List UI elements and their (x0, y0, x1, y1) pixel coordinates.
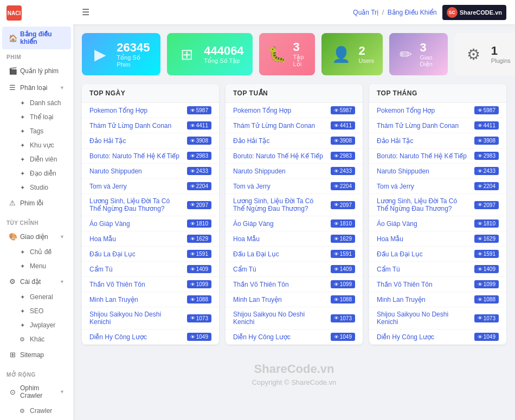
list-item[interactable]: Diễn Hy Công Lược1049 (226, 329, 363, 345)
stat-info-users: 2 Users (358, 44, 374, 64)
list-item[interactable]: Cẩm Tú1409 (369, 262, 506, 277)
sidebar-item-sitemap[interactable]: ⊞ Sitemap (2, 347, 71, 363)
list-item-title: Shijou Saikyou No Deshi Kenichi (377, 311, 470, 326)
sidebar-item-ophim-crawler[interactable]: ⊙ Ophim Crawler ▼ (2, 380, 71, 403)
user-icon: 👤 (330, 46, 352, 63)
top-tuan-header: TOP TUẦN (226, 84, 363, 103)
sidebar-item-khac[interactable]: ⚙ Khác (2, 333, 71, 346)
list-item[interactable]: Thần Võ Thiên Tôn1099 (226, 277, 363, 292)
list-item[interactable]: Lương Sinh, Liệu Đời Ta Có Thể Ngừng Đau… (226, 194, 363, 216)
list-item-badge: 1409 (474, 265, 499, 273)
list-item[interactable]: Shijou Saikyou No Deshi Kenichi1073 (82, 307, 219, 329)
chevron-down-icon: ▼ (60, 85, 65, 91)
sidebar-item-menu[interactable]: ✦ Menu (2, 260, 71, 273)
sidebar-item-danh-sach[interactable]: ✦ Danh sách (2, 96, 71, 109)
stat-label-phim: Tổng Số Phim (117, 54, 152, 68)
list-item-badge: 1049 (331, 333, 355, 341)
sidebar-item-studio[interactable]: ✦ Studio (2, 181, 71, 194)
list-item[interactable]: Đảo Hải Tặc3908 (369, 133, 506, 148)
list-item[interactable]: Minh Lan Truyện1088 (369, 292, 506, 307)
list-item[interactable]: Hoa Mẫu1629 (82, 231, 219, 247)
list-item-title: Thần Võ Thiên Tôn (377, 281, 470, 288)
sidebar-item-quan-ly-phim[interactable]: 🎬 Quản lý phim (2, 63, 71, 79)
sidebar-item-dien-vien[interactable]: ✦ Diễn viên (2, 153, 71, 166)
list-item[interactable]: Tom và Jerry2204 (226, 179, 363, 194)
sidebar-item-the-loai[interactable]: ✦ Thể loại (2, 111, 71, 124)
list-item[interactable]: Thám Tử Lừng Danh Conan4411 (82, 118, 219, 133)
list-item-title: Tom và Jerry (233, 183, 326, 190)
list-item[interactable]: Boruto: Naruto Thế Hệ Kế Tiếp2983 (82, 148, 219, 164)
sidebar-item-cai-dat[interactable]: ⚙ Cài đặt ▼ (2, 274, 71, 289)
sidebar-item-crawler[interactable]: ⚙ Crawler (2, 404, 71, 417)
list-item-title: Boruto: Naruto Thế Hệ Kế Tiếp (89, 152, 183, 160)
list-item[interactable]: Diễn Hy Công Lược1049 (82, 329, 219, 345)
list-item[interactable]: Pokemon Tổng Hợp5987 (369, 103, 506, 118)
list-item[interactable]: Pokemon Tổng Hợp5987 (82, 103, 219, 118)
sidebar-item-tags[interactable]: ✦ Tags (2, 125, 71, 138)
list-item[interactable]: Naruto Shippuden2433 (369, 164, 506, 179)
stat-label-plugins: Plugins (491, 57, 511, 64)
list-item[interactable]: Lương Sinh, Liệu Đời Ta Có Thể Ngừng Đau… (82, 194, 219, 216)
sidebar: NACI 🏠 Bảng điều khiển PHIM 🎬 Quản lý ph… (0, 0, 73, 420)
sidebar-item-seo[interactable]: ✦ SEO (2, 305, 71, 318)
list-item[interactable]: Naruto Shippuden2433 (226, 164, 363, 179)
list-item[interactable]: Đảo Hải Tặc3908 (82, 133, 219, 148)
list-item[interactable]: Cẩm Tú1409 (82, 262, 219, 277)
dot-icon: ✦ (18, 156, 26, 163)
list-item-badge: 1073 (331, 314, 355, 322)
topbar-logo: SC ShareCODE.vn (442, 5, 506, 20)
list-item[interactable]: Naruto Shippuden2433 (82, 164, 219, 179)
list-item-badge: 3908 (331, 137, 355, 145)
list-item[interactable]: Pokemon Tổng Hợp5987 (226, 103, 363, 118)
sidebar-item-giao-dien[interactable]: 🎨 Giao diện ▼ (2, 229, 71, 244)
list-item[interactable]: Hoa Mẫu1629 (226, 231, 363, 247)
list-item[interactable]: Thần Võ Thiên Tôn1099 (369, 277, 506, 292)
list-item-badge: 1591 (187, 250, 211, 258)
list-item-title: Hoa Mẫu (233, 235, 326, 243)
list-item[interactable]: Thần Võ Thiên Tôn1099 (82, 277, 219, 292)
sidebar-item-chu-de-label: Chủ đề (30, 248, 52, 256)
list-item[interactable]: Áo Giáp Vàng1810 (226, 216, 363, 231)
list-item[interactable]: Boruto: Naruto Thế Hệ Kế Tiếp2983 (226, 148, 363, 164)
gear-icon-2: ⚙ (18, 336, 26, 343)
sidebar-item-chu-de[interactable]: ✦ Chủ đề (2, 245, 71, 259)
list-item[interactable]: Đấu La Đại Lục1591 (226, 247, 363, 262)
list-item[interactable]: Boruto: Naruto Thế Hệ Kế Tiếp2983 (369, 148, 506, 164)
pen-icon: ✏ (398, 46, 413, 63)
sidebar-item-general[interactable]: ✦ General (2, 290, 71, 303)
list-item[interactable]: Hoa Mẫu1629 (369, 231, 506, 247)
breadcrumb: Quản Trị / Bảng Điều Khiển (353, 9, 436, 16)
list-item-badge: 3908 (187, 137, 211, 145)
stat-card-tap: ⊞ 444064 Tổng Số Tập (167, 33, 252, 75)
list-item[interactable]: Shijou Saikyou No Deshi Kenichi1073 (226, 307, 363, 329)
list-item[interactable]: Đảo Hải Tặc3908 (226, 133, 363, 148)
sidebar-item-dao-dien[interactable]: ✦ Đạo diễn (2, 167, 71, 180)
sidebar-item-khu-vuc[interactable]: ✦ Khu vực (2, 139, 71, 152)
list-item[interactable]: Đấu La Đại Lục1591 (369, 247, 506, 262)
watermark-big: ShareCode.vn (91, 362, 498, 376)
list-item[interactable]: Minh Lan Truyện1088 (82, 292, 219, 307)
list-item[interactable]: Shijou Saikyou No Deshi Kenichi1073 (369, 307, 506, 329)
hamburger-button[interactable]: ☰ (82, 7, 89, 17)
list-item[interactable]: Tom và Jerry2204 (369, 179, 506, 194)
list-item[interactable]: Đấu La Đại Lục1591 (82, 247, 219, 262)
sidebar-item-dashboard[interactable]: 🏠 Bảng điều khiển (2, 27, 71, 49)
list-item[interactable]: Thám Tử Lừng Danh Conan4411 (369, 118, 506, 133)
sidebar-item-sitemap-label: Sitemap (20, 351, 65, 359)
sidebar-item-jwplayer[interactable]: ✦ Jwplayer (2, 319, 71, 332)
list-item[interactable]: Tom và Jerry2204 (82, 179, 219, 194)
stat-info-phim: 26345 Tổng Số Phim (117, 41, 152, 68)
list-item[interactable]: Thám Tử Lừng Danh Conan4411 (226, 118, 363, 133)
sharecode-logo-text: ShareCODE.vn (460, 9, 502, 16)
list-item[interactable]: Minh Lan Truyện1088 (226, 292, 363, 307)
list-item[interactable]: Áo Giáp Vàng1810 (369, 216, 506, 231)
sidebar-item-giao-dien-label: Giao diện (20, 233, 56, 241)
sidebar-item-phan-loai[interactable]: ☰ Phân loại ▼ (2, 80, 71, 95)
chevron-down-icon-3: ▼ (60, 279, 65, 285)
sidebar-item-phim-loi[interactable]: ⚠ Phim lỗi (2, 195, 71, 211)
stat-label-users: Users (358, 57, 374, 64)
list-item[interactable]: Áo Giáp Vàng1810 (82, 216, 219, 231)
list-item[interactable]: Diễn Hy Công Lược1049 (369, 329, 506, 345)
list-item[interactable]: Lương Sinh, Liệu Đời Ta Có Thể Ngừng Đau… (369, 194, 506, 216)
list-item[interactable]: Cẩm Tú1409 (226, 262, 363, 277)
